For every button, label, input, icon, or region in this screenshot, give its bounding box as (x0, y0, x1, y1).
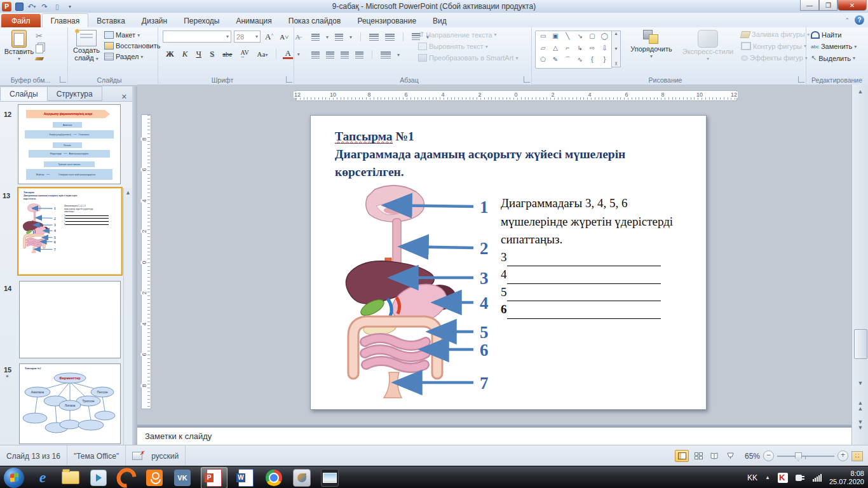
columns-icon[interactable] (381, 51, 391, 58)
tab-view[interactable]: Вид (424, 14, 455, 27)
close-panel-icon[interactable]: ✕ (116, 93, 132, 101)
slide-thumbnail-12[interactable]: Асқорыту ферменттерінің әсері Амилаза Кө… (18, 104, 121, 184)
shape-glyph-icon[interactable]: ∿ (574, 55, 586, 67)
copy-icon[interactable] (36, 44, 43, 53)
collapse-ribbon-icon[interactable]: ⌃ (844, 17, 850, 24)
fit-to-window-icon[interactable]: ⛶ (851, 451, 863, 461)
shape-glyph-icon[interactable]: △ (549, 44, 561, 56)
dialog-launcher-icon[interactable] (798, 76, 804, 83)
panel-scrollbar[interactable]: ▲ ▼ (123, 188, 132, 488)
shape-glyph-icon[interactable]: ↘ (574, 32, 586, 44)
justify-icon[interactable] (355, 51, 363, 58)
photo-viewer-icon[interactable] (320, 468, 339, 487)
tab-transitions[interactable]: Переходы (175, 14, 227, 27)
shape-glyph-icon[interactable]: ↳ (574, 44, 586, 56)
normal-view-button[interactable] (675, 450, 689, 462)
media-player-icon[interactable] (89, 468, 108, 487)
shape-glyph-icon[interactable]: ⬠ (537, 55, 549, 67)
align-right-icon[interactable] (341, 51, 349, 58)
dialog-launcher-icon[interactable] (60, 76, 66, 83)
kaspersky-tray-icon[interactable]: K (778, 473, 788, 483)
tab-design[interactable]: Дизайн (133, 14, 175, 27)
underline-button[interactable]: Ч (194, 49, 203, 59)
internet-explorer-icon[interactable]: e (33, 468, 52, 487)
spellcheck-status[interactable]: ✗ русский (126, 445, 186, 466)
panel-splitter[interactable] (132, 86, 137, 445)
close-button[interactable]: ✕ (837, 0, 867, 11)
scroll-down-icon[interactable]: ▼ (852, 380, 868, 386)
language-label[interactable]: русский (151, 452, 179, 461)
tab-insert[interactable]: Вставка (88, 14, 133, 27)
shape-glyph-icon[interactable]: ▣ (549, 32, 561, 44)
tab-review[interactable]: Рецензирование (349, 14, 424, 27)
shape-glyph-icon[interactable]: ╲ (562, 32, 574, 44)
shape-fill-button[interactable]: Заливка фигуры▾ (741, 30, 810, 38)
tab-file[interactable]: Файл (1, 14, 41, 27)
slide-thumbnail-15[interactable]: Тапсырма №2 Ферм (19, 363, 121, 444)
font-color-button[interactable]: А (283, 50, 292, 59)
power-plug-icon[interactable] (796, 473, 805, 482)
quick-styles-button[interactable]: Экспресс-стили ▾ (679, 30, 737, 63)
text-direction-button[interactable]: ⇵Направление текста▾ (418, 30, 518, 39)
text-shadow-button[interactable]: S (208, 49, 216, 59)
word-icon[interactable]: W (236, 468, 255, 487)
slide-title-textbox[interactable]: Тапсырма №1 Диаграммада адамның асқорыту… (335, 128, 691, 181)
zoom-percent[interactable]: 65% (740, 452, 760, 461)
reset-button[interactable]: Восстановить (104, 42, 160, 50)
bold-button[interactable]: Ж (164, 49, 176, 59)
shape-glyph-icon[interactable]: ▭ (537, 32, 549, 44)
shape-glyph-icon[interactable]: ⌒ (562, 55, 574, 67)
layout-button[interactable]: Макет▾ (104, 31, 160, 39)
slideshow-view-button[interactable] (724, 451, 736, 461)
shape-effects-button[interactable]: Эффекты фигур▾ (741, 54, 810, 62)
new-slide-button[interactable]: ✹ Создать слайд ▾ (71, 30, 102, 63)
shape-glyph-icon[interactable]: ◯ (599, 32, 611, 44)
increase-indent-icon[interactable] (385, 34, 395, 41)
align-left-icon[interactable] (311, 51, 320, 58)
digestive-diagram[interactable]: 1 2 3 4 5 6 7 (22, 203, 59, 254)
question-textbox[interactable]: Диаграммадағы 3, 4, 5, 6 мүшелерінде жүр… (501, 194, 698, 319)
dialog-launcher-icon[interactable] (524, 76, 530, 83)
gallery-more-icon[interactable]: ⊼ (614, 62, 618, 67)
restore-button[interactable]: ❐ (819, 0, 837, 11)
format-painter-icon[interactable] (35, 57, 44, 60)
digestive-diagram[interactable]: 1 2 3 4 5 6 7 (343, 184, 502, 403)
slide-thumbnail-14[interactable] (19, 281, 121, 358)
scroll-up-icon[interactable]: ▲ (852, 85, 868, 95)
notes-pane[interactable]: Заметки к слайду (137, 427, 851, 445)
previous-slide-icon[interactable]: ▲▲ (852, 400, 868, 412)
scroll-up-icon[interactable]: ▲ (124, 188, 132, 196)
align-text-button[interactable]: Выровнять текст▾ (418, 43, 518, 50)
reading-view-button[interactable] (708, 451, 721, 461)
zoom-slider-thumb[interactable] (795, 452, 802, 461)
shape-glyph-icon[interactable]: ▢ (586, 32, 598, 44)
network-signal-icon[interactable] (813, 474, 822, 482)
theme-name[interactable]: "Тема Office" (67, 445, 126, 466)
zoom-out-icon[interactable]: − (763, 451, 774, 461)
shape-glyph-icon[interactable]: ✎ (549, 55, 561, 67)
gallery-down-icon[interactable]: ▼ (614, 46, 618, 51)
swirl-app-icon[interactable] (292, 468, 311, 487)
tab-slides-panel[interactable]: Слайды (0, 86, 48, 101)
find-button[interactable]: Найти (811, 31, 857, 39)
shape-glyph-icon[interactable]: ⇨ (586, 44, 598, 56)
editor-scrollbar[interactable]: ▲ ▼ ▲▲ ▼▼ (851, 85, 868, 445)
shape-glyph-icon[interactable]: ⌐ (562, 44, 574, 56)
minimize-button[interactable]: — (800, 0, 819, 11)
numbering-icon[interactable] (335, 34, 343, 41)
hidden-icons-chevron[interactable]: ▲ (765, 475, 770, 480)
powerpoint-taskbar-icon[interactable]: P (201, 467, 227, 488)
shrink-font-icon[interactable]: A˅ (278, 33, 290, 41)
char-spacing-button[interactable]: AV↔ (238, 49, 250, 59)
file-explorer-icon[interactable] (61, 468, 80, 487)
convert-smartart-button[interactable]: Преобразовать в SmartArt▾ (418, 54, 518, 62)
start-button[interactable] (4, 468, 24, 488)
italic-button[interactable]: К (180, 49, 190, 59)
shape-glyph-icon[interactable]: { (586, 55, 598, 67)
shape-glyph-icon[interactable]: ⇩ (599, 44, 611, 56)
decrease-indent-icon[interactable] (369, 34, 379, 41)
arrange-button[interactable]: Упорядочить ▾ (627, 30, 676, 60)
change-case-button[interactable]: Aa▾ (255, 50, 270, 58)
section-button[interactable]: Раздел▾ (104, 53, 160, 60)
next-slide-icon[interactable]: ▼▼ (852, 419, 868, 431)
